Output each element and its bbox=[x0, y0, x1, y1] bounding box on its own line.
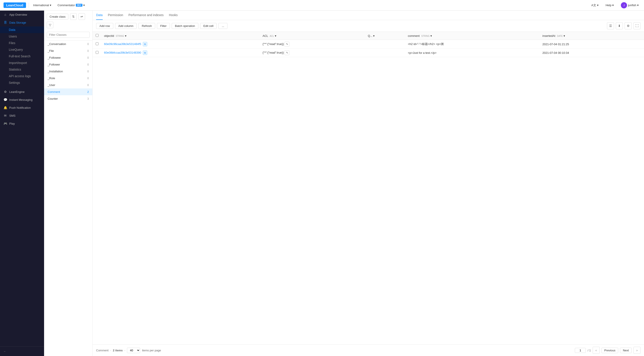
sidebar-sub-settings[interactable]: Settings bbox=[0, 79, 44, 86]
sidebar-sub-files[interactable]: Files bbox=[0, 40, 44, 46]
filter-classes-input[interactable] bbox=[47, 32, 90, 38]
tab-hooks[interactable]: Hooks bbox=[169, 11, 178, 20]
env-badge: DEV bbox=[76, 4, 83, 7]
cell-object-id: 60e08bfccaa39b3e53148390 ⧉ bbox=[102, 49, 260, 57]
create-class-button[interactable]: Create class bbox=[47, 14, 68, 20]
bell-icon: 🔔 bbox=[4, 106, 7, 109]
home-icon: ⌂ bbox=[4, 13, 7, 16]
class-item-followee[interactable]: _Followee 0 bbox=[44, 54, 92, 61]
help-button[interactable]: Help ▾ bbox=[604, 3, 616, 8]
app-selector[interactable]: Commentator DEV ▾ bbox=[56, 3, 86, 8]
sidebar-item-play[interactable]: 🎮 Play bbox=[0, 120, 44, 128]
sidebar-item-label: Play bbox=[9, 122, 15, 125]
sidebar-sub-livequery[interactable]: LiveQuery bbox=[0, 46, 44, 53]
edit-cell-button[interactable]: Edit cell bbox=[200, 23, 217, 29]
region-selector[interactable]: International ▾ bbox=[32, 3, 53, 8]
logo: LeanCloud bbox=[4, 3, 26, 8]
collapse-icon: ← bbox=[4, 350, 6, 353]
topbar: LeanCloud International ▾ Commentator DE… bbox=[0, 0, 644, 11]
filter-button[interactable]: Filter bbox=[157, 23, 170, 29]
table-row: 60e08bfccaa39b3e53148390 ⧉ {"*":{"read":… bbox=[92, 49, 644, 57]
sidebar-item-leanengine[interactable]: ⚙ LeanEngine bbox=[0, 88, 44, 96]
toolbar-right: ☰ ⬇ ⚙ ⛶ bbox=[607, 22, 640, 29]
class-count: 0 bbox=[87, 84, 89, 87]
sidebar-sub-data[interactable]: Data bbox=[0, 27, 44, 33]
settings-icon-button[interactable]: ⚙ bbox=[624, 22, 632, 29]
sidebar-item-data-storage[interactable]: 🗄 Data Storage bbox=[0, 19, 44, 27]
class-item-follower[interactable]: _Follower 0 bbox=[44, 61, 92, 68]
cell-object-id: 60e09c96caa39b3e531484f5 ⧉ bbox=[102, 40, 260, 49]
add-column-button[interactable]: Add column bbox=[115, 23, 137, 29]
filter-icon-button[interactable]: ⇌ bbox=[78, 13, 85, 20]
class-item-counter[interactable]: Counter 3 bbox=[44, 95, 92, 102]
edit-acl-button[interactable]: ✎ bbox=[284, 42, 290, 47]
object-id-link[interactable]: 60e09c96caa39b3e531484f5 bbox=[104, 42, 141, 46]
sort-icon-button[interactable]: ⇅ bbox=[70, 13, 77, 20]
edit-acl-button[interactable]: ✎ bbox=[284, 50, 290, 55]
sidebar-item-instant-messaging[interactable]: 💬 Instant Messaging bbox=[0, 96, 44, 104]
class-item-user[interactable]: _User 0 bbox=[44, 82, 92, 89]
sidebar-sub-statistics[interactable]: Statistics bbox=[0, 66, 44, 73]
collapse-sidebar-button[interactable]: ← bbox=[4, 348, 40, 354]
sidebar-sub-users[interactable]: Users bbox=[0, 33, 44, 40]
class-item-installation[interactable]: _Installation 0 bbox=[44, 68, 92, 75]
class-count: 0 bbox=[87, 70, 89, 73]
mail-icon: ✉ bbox=[4, 114, 7, 117]
class-count: 2 bbox=[87, 90, 89, 94]
download-icon-button[interactable]: ⬇ bbox=[616, 22, 623, 29]
region-label: International bbox=[33, 4, 49, 7]
prev-page-icon-button[interactable]: ‹ bbox=[593, 347, 600, 354]
class-item-comment[interactable]: Comment 2 bbox=[44, 89, 92, 95]
sidebar-sub-api-logs[interactable]: API access logs bbox=[0, 73, 44, 79]
sidebar-item-label: Push Notification bbox=[9, 106, 31, 109]
class-item-file[interactable]: _File 0 bbox=[44, 48, 92, 54]
copy-id-button[interactable]: ⧉ bbox=[143, 51, 147, 55]
col-acl: ACL ACL ▾ bbox=[260, 32, 365, 40]
class-name: _Role bbox=[48, 77, 55, 80]
per-page-select[interactable]: 20 40 100 200 bbox=[127, 347, 140, 353]
class-count: 0 bbox=[87, 43, 89, 46]
batch-operation-button[interactable]: Batch operation bbox=[172, 23, 198, 29]
acl-value: {"*":{"read":true}} bbox=[262, 42, 284, 46]
row-checkbox[interactable] bbox=[96, 42, 98, 45]
add-row-button[interactable]: Add row bbox=[96, 23, 113, 29]
cell-q bbox=[365, 40, 405, 49]
page-number-input[interactable] bbox=[575, 348, 586, 353]
user-menu[interactable]: J junfish ▾ bbox=[619, 1, 640, 9]
footer-pagination: / 1 ‹ Previous Next › bbox=[575, 347, 640, 354]
row-checkbox[interactable] bbox=[96, 51, 98, 54]
col-comment: comment STRING ▾ bbox=[405, 32, 540, 40]
previous-page-button[interactable]: Previous bbox=[602, 347, 618, 353]
region-chevron: ▾ bbox=[50, 4, 51, 7]
select-all-checkbox[interactable] bbox=[96, 34, 98, 37]
columns-icon-button[interactable]: ☰ bbox=[607, 22, 614, 29]
sidebar-sub-import-export[interactable]: Import/export bbox=[0, 60, 44, 66]
engine-icon: ⚙ bbox=[4, 90, 7, 94]
sidebar-item-sms[interactable]: ✉ SMS bbox=[0, 112, 44, 120]
class-name: _User bbox=[48, 83, 55, 87]
class-name: _Installation bbox=[48, 70, 63, 73]
az-button[interactable]: A文 ▾ bbox=[590, 3, 600, 8]
object-id-link[interactable]: 60e08bfccaa39b3e53148390 bbox=[104, 51, 141, 54]
toolbar: Add row Add column Refresh Filter Batch … bbox=[92, 20, 644, 32]
copy-id-button[interactable]: ⧉ bbox=[143, 42, 147, 46]
more-icon-button[interactable]: ▽ bbox=[47, 22, 53, 28]
avatar: J bbox=[621, 2, 627, 9]
tab-data[interactable]: Data bbox=[96, 11, 103, 20]
tab-permission[interactable]: Permission bbox=[108, 11, 123, 20]
class-panel: Create class ⇅ ⇌ ▽ _Conversation 0 _File… bbox=[44, 11, 92, 356]
app-name-label: Commentator bbox=[58, 4, 75, 7]
sidebar-sub-fulltext-search[interactable]: Full-text Search bbox=[0, 53, 44, 60]
tab-performance-indexes[interactable]: Performance and indexes bbox=[128, 11, 164, 20]
next-page-icon-button[interactable]: › bbox=[634, 347, 640, 354]
sidebar-item-app-overview[interactable]: ⌂ App Overview bbox=[0, 11, 44, 19]
sidebar-item-push-notification[interactable]: 🔔 Push Notification bbox=[0, 104, 44, 112]
refresh-button[interactable]: Refresh bbox=[138, 23, 155, 29]
expand-icon-button[interactable]: ⛶ bbox=[634, 22, 640, 29]
more-button[interactable]: ... bbox=[218, 23, 228, 29]
next-page-button[interactable]: Next bbox=[620, 347, 632, 353]
cell-inserted-at: 2021-07-04 01:21:25 bbox=[540, 40, 644, 49]
sidebar-item-label: LeanEngine bbox=[9, 90, 24, 94]
class-item-role[interactable]: _Role 0 bbox=[44, 75, 92, 82]
class-item-conversation[interactable]: _Conversation 0 bbox=[44, 41, 92, 48]
